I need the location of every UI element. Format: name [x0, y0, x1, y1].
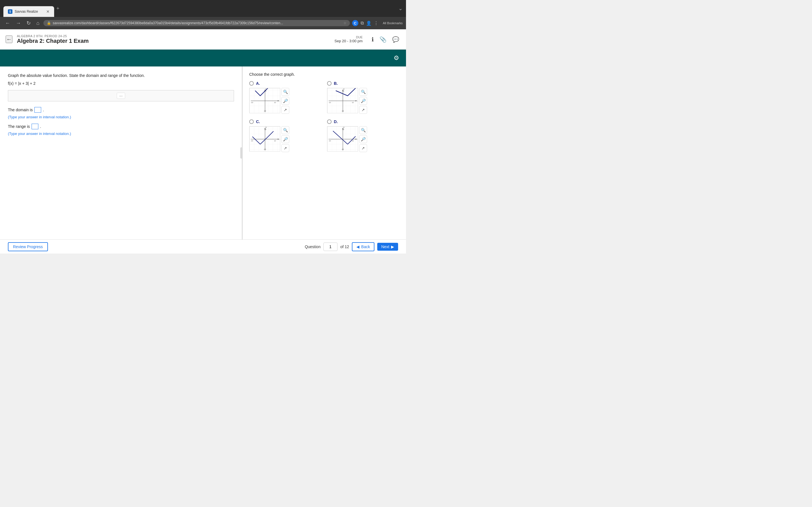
- active-tab[interactable]: S Savvas Realize ✕: [3, 6, 54, 17]
- option-b-external[interactable]: ↗: [359, 106, 367, 114]
- back-nav-label: Back: [361, 244, 370, 249]
- option-b-zoom-out[interactable]: 🔎: [359, 97, 367, 105]
- graph-a-svg: x y 10 -10 10 -10: [250, 88, 280, 113]
- back-nav-button[interactable]: ◀ Back: [352, 242, 374, 251]
- main-content: Graph the absolute value function. State…: [0, 66, 406, 239]
- graph-dots: ···: [117, 93, 125, 99]
- browser-chrome: S Savvas Realize ✕ + ⌄: [0, 0, 406, 17]
- domain-interval-hint: (Type your answer in interval notation.): [8, 115, 234, 119]
- app-header: ← ALGEBRA 2 8TH. PERIOD 24-25 Algebra 2:…: [0, 29, 406, 50]
- graph-options-grid: A.: [249, 81, 399, 152]
- star-icon[interactable]: ☆: [343, 21, 347, 25]
- question-instruction: Graph the absolute value function. State…: [8, 73, 234, 78]
- option-c-radio[interactable]: [249, 119, 254, 124]
- option-c-zoom-in[interactable]: 🔍: [282, 126, 289, 134]
- header-titles: ALGEBRA 2 8TH. PERIOD 24-25 Algebra 2: C…: [17, 34, 335, 44]
- profile-icon[interactable]: 👤: [366, 20, 371, 26]
- tabs-chevron[interactable]: ⌄: [398, 5, 403, 11]
- domain-period: .: [43, 108, 44, 112]
- option-a-radio[interactable]: [249, 81, 254, 86]
- svg-text:10: 10: [342, 91, 344, 92]
- extensions-icon[interactable]: ⧉: [361, 20, 364, 25]
- domain-row: The domain is .: [8, 107, 234, 113]
- option-a-zoom-in[interactable]: 🔍: [282, 88, 289, 96]
- question-navigation: Question of 12 ◀ Back Next ▶: [305, 242, 398, 251]
- review-progress-button[interactable]: Review Progress: [8, 242, 48, 251]
- next-arrow-icon: ▶: [391, 244, 394, 249]
- back-button[interactable]: ←: [3, 19, 12, 27]
- option-b-icons: 🔍 🔎 ↗: [359, 88, 367, 114]
- svg-text:y: y: [343, 88, 345, 90]
- range-input-box[interactable]: [32, 124, 38, 129]
- panel-divider-handle[interactable]: ⋮: [240, 147, 242, 159]
- course-subtitle: ALGEBRA 2 8TH. PERIOD 24-25: [17, 34, 335, 38]
- bottom-bar: Review Progress Question of 12 ◀ Back Ne…: [0, 239, 406, 253]
- attachment-button[interactable]: 📎: [378, 35, 388, 44]
- option-c-external[interactable]: ↗: [282, 144, 289, 152]
- svg-text:y: y: [266, 126, 267, 128]
- svg-text:10: 10: [352, 102, 354, 103]
- svg-text:x: x: [280, 100, 280, 102]
- option-b-radio[interactable]: [327, 81, 332, 86]
- option-c-header: C.: [249, 119, 321, 124]
- menu-icon[interactable]: ⋮: [374, 20, 378, 26]
- choose-graph-text: Choose the correct graph.: [249, 72, 399, 76]
- svg-text:x: x: [357, 100, 358, 102]
- option-a-icons: 🔍 🔎 ↗: [282, 88, 289, 114]
- option-d-zoom-out[interactable]: 🔎: [359, 135, 367, 143]
- settings-gear-button[interactable]: ⚙: [394, 54, 399, 62]
- forward-button[interactable]: →: [14, 19, 22, 27]
- right-panel: Choose the correct graph. A.: [243, 66, 406, 239]
- option-b-zoom-in[interactable]: 🔍: [359, 88, 367, 96]
- next-nav-button[interactable]: Next ▶: [377, 243, 398, 251]
- range-interval-hint: (Type your answer in interval notation.): [8, 131, 234, 136]
- graph-d-svg: x y 10 -10 10 -10: [327, 126, 358, 152]
- navigation-bar: ← → ↻ ⌂ 🔒 savvasrealize.com/dashboard/cl…: [0, 17, 406, 29]
- browser-tabs: S Savvas Realize ✕ +: [3, 0, 59, 17]
- svg-text:10: 10: [274, 102, 276, 103]
- option-d-radio[interactable]: [327, 119, 332, 124]
- svg-text:-10: -10: [251, 140, 253, 142]
- reload-button[interactable]: ↻: [25, 19, 33, 27]
- svg-text:-10: -10: [342, 149, 344, 150]
- new-tab-button[interactable]: +: [56, 6, 59, 11]
- svg-text:10: 10: [264, 129, 266, 130]
- option-c-graph: x y 10 -10 10 -10: [249, 126, 280, 152]
- divider-dots-icon: ⋮: [241, 152, 243, 155]
- graph-option-c: C.: [249, 119, 321, 152]
- graph-option-b: B.: [327, 81, 399, 114]
- option-a-zoom-out[interactable]: 🔎: [282, 97, 289, 105]
- range-prefix: The range is: [8, 124, 30, 129]
- address-bar[interactable]: 🔒 savvasrealize.com/dashboard/classes/f6…: [43, 20, 350, 26]
- option-b-header: B.: [327, 81, 399, 86]
- extension-c-icon[interactable]: C: [352, 20, 358, 26]
- range-period: .: [40, 124, 41, 129]
- due-date: Sep 20 - 3:00 pm: [335, 39, 363, 43]
- option-a-graph-container: x y 10 -10 10 -10: [249, 88, 321, 114]
- domain-prefix: The domain is: [8, 108, 33, 112]
- info-button[interactable]: ℹ: [370, 35, 375, 44]
- option-a-graph: x y 10 -10 10 -10: [249, 88, 280, 113]
- teal-header-bar: ⚙: [0, 50, 406, 66]
- app-back-button[interactable]: ←: [6, 36, 12, 43]
- option-d-zoom-in[interactable]: 🔍: [359, 126, 367, 134]
- option-d-graph: x y 10 -10 10 -10: [327, 126, 358, 152]
- option-a-label: A.: [256, 81, 260, 86]
- function-expression: f(x) = |x + 3| + 2: [8, 81, 234, 86]
- due-label: DUE: [335, 36, 363, 39]
- tab-close-button[interactable]: ✕: [46, 9, 50, 14]
- option-a-external[interactable]: ↗: [282, 106, 289, 114]
- range-row: The range is .: [8, 124, 234, 129]
- header-right: DUE Sep 20 - 3:00 pm ℹ 📎 💬: [335, 35, 400, 44]
- option-d-external[interactable]: ↗: [359, 144, 367, 152]
- option-d-header: D.: [327, 119, 399, 124]
- of-total-label: of 12: [340, 244, 349, 249]
- chat-button[interactable]: 💬: [391, 35, 400, 44]
- home-button[interactable]: ⌂: [35, 19, 41, 27]
- domain-input-box[interactable]: [35, 107, 41, 113]
- question-label: Question: [305, 244, 320, 249]
- all-bookmarks-button[interactable]: All Bookmarks: [383, 21, 403, 25]
- question-number-input[interactable]: [323, 242, 338, 251]
- option-c-zoom-out[interactable]: 🔎: [282, 135, 289, 143]
- option-c-label: C.: [256, 119, 260, 124]
